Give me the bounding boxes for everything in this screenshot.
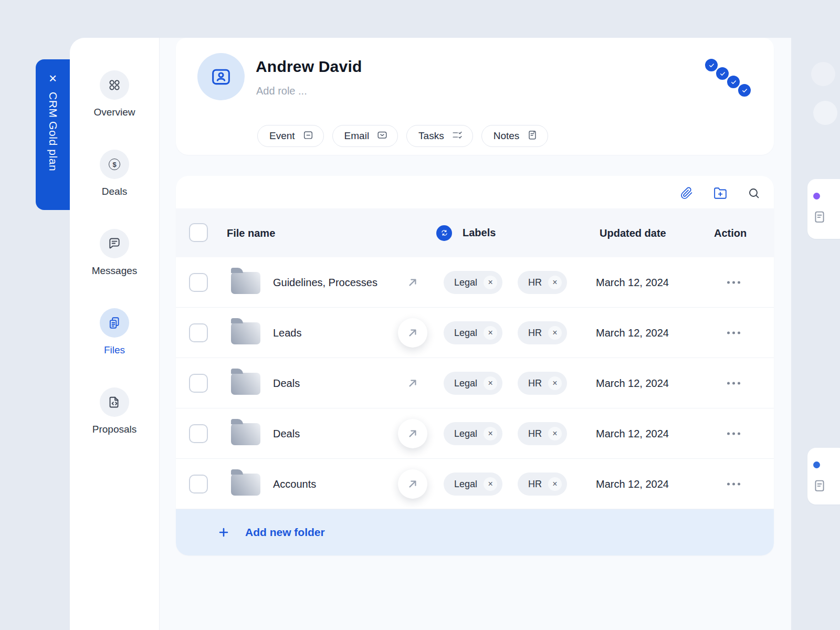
remove-label-icon[interactable] bbox=[484, 276, 497, 289]
updated-date: March 12, 2024 bbox=[596, 327, 669, 339]
label-text: HR bbox=[528, 378, 542, 389]
chat-icon bbox=[100, 229, 129, 258]
folder-icon bbox=[231, 474, 260, 496]
remove-label-icon[interactable] bbox=[484, 427, 497, 440]
remove-label-icon[interactable] bbox=[548, 427, 562, 440]
ribbon-label: CRM Gold plan bbox=[47, 92, 59, 171]
remove-label-icon[interactable] bbox=[548, 276, 562, 289]
row-actions-icon[interactable] bbox=[726, 278, 741, 287]
remove-label-icon[interactable] bbox=[484, 376, 497, 390]
remove-label-icon[interactable] bbox=[548, 326, 562, 340]
remove-label-icon[interactable] bbox=[548, 477, 562, 491]
label-text: HR bbox=[528, 328, 542, 339]
remove-label-icon[interactable] bbox=[548, 376, 562, 390]
status-dot bbox=[813, 193, 820, 200]
add-role-field[interactable]: Add role ... bbox=[256, 85, 307, 97]
table-header: File name Labels Updated date Action bbox=[176, 208, 774, 257]
row-actions-icon[interactable] bbox=[726, 379, 741, 387]
table-row: Leads Legal HR March 12, 2024 bbox=[176, 308, 774, 358]
label-pill: Legal bbox=[444, 472, 502, 496]
select-all-checkbox[interactable] bbox=[189, 223, 208, 242]
file-name[interactable]: Deals bbox=[273, 427, 300, 439]
open-folder-icon[interactable] bbox=[398, 268, 427, 297]
column-updated-date: Updated date bbox=[600, 227, 666, 239]
label-text: HR bbox=[528, 277, 542, 288]
label-text: HR bbox=[528, 428, 542, 439]
sidebar: Overview $ Deals Messages Files bbox=[70, 38, 160, 630]
file-name[interactable]: Leads bbox=[273, 327, 302, 339]
add-new-folder-button[interactable]: Add new folder bbox=[176, 509, 774, 555]
peek-card-bottom bbox=[807, 448, 840, 505]
tasks-button[interactable]: Tasks bbox=[406, 125, 473, 147]
updated-date: March 12, 2024 bbox=[596, 276, 669, 288]
remove-label-icon[interactable] bbox=[484, 477, 497, 491]
row-checkbox[interactable] bbox=[189, 424, 208, 443]
note-icon bbox=[812, 477, 827, 496]
label-pill: HR bbox=[518, 422, 567, 445]
updated-date: March 12, 2024 bbox=[596, 377, 669, 389]
open-folder-icon[interactable] bbox=[398, 369, 427, 398]
sidebar-item-messages[interactable]: Messages bbox=[92, 229, 138, 277]
open-folder-icon[interactable] bbox=[398, 469, 427, 499]
label-text: Legal bbox=[454, 277, 477, 288]
file-name[interactable]: Accounts bbox=[273, 478, 316, 490]
email-button[interactable]: Email bbox=[332, 125, 398, 147]
close-icon[interactable]: × bbox=[49, 68, 57, 89]
main-content: Andrew David Add role ... Event Email Ta… bbox=[160, 38, 791, 630]
avatar bbox=[197, 53, 245, 100]
row-actions-icon[interactable] bbox=[726, 429, 741, 438]
contact-name: Andrew David bbox=[256, 58, 362, 76]
checklist-icon bbox=[452, 129, 463, 143]
sidebar-item-label: Messages bbox=[92, 265, 138, 277]
label-pill: HR bbox=[518, 271, 567, 294]
proposal-icon bbox=[100, 387, 129, 417]
email-label: Email bbox=[344, 130, 370, 142]
label-pill: HR bbox=[518, 321, 567, 344]
row-checkbox[interactable] bbox=[189, 475, 208, 494]
label-pill: Legal bbox=[444, 422, 502, 445]
event-button[interactable]: Event bbox=[257, 125, 324, 147]
plus-icon bbox=[217, 526, 230, 539]
grid-icon bbox=[100, 70, 129, 100]
notes-button[interactable]: Notes bbox=[481, 125, 549, 147]
sidebar-item-files[interactable]: Files bbox=[100, 308, 129, 356]
row-actions-icon[interactable] bbox=[726, 328, 741, 337]
column-action: Action bbox=[714, 227, 747, 239]
file-name[interactable]: Guidelines, Processes bbox=[273, 276, 377, 288]
calendar-icon bbox=[302, 129, 314, 143]
event-label: Event bbox=[269, 130, 295, 142]
sidebar-item-overview[interactable]: Overview bbox=[93, 70, 135, 118]
sidebar-item-proposals[interactable]: Proposals bbox=[92, 387, 137, 435]
attach-icon[interactable] bbox=[679, 186, 694, 201]
label-text: Legal bbox=[454, 479, 477, 490]
sync-labels-icon[interactable] bbox=[436, 225, 452, 241]
row-checkbox[interactable] bbox=[189, 374, 208, 393]
label-pill: Legal bbox=[444, 271, 502, 294]
file-name[interactable]: Deals bbox=[273, 377, 300, 389]
row-checkbox[interactable] bbox=[189, 273, 208, 292]
label-text: Legal bbox=[454, 428, 477, 439]
table-row: Guidelines, Processes Legal HR March 12,… bbox=[176, 257, 774, 308]
label-text: HR bbox=[528, 479, 542, 490]
label-text: Legal bbox=[454, 378, 477, 389]
sidebar-item-label: Files bbox=[104, 344, 125, 356]
sidebar-item-deals[interactable]: $ Deals bbox=[100, 150, 129, 197]
column-labels-group: Labels bbox=[436, 225, 496, 241]
row-checkbox[interactable] bbox=[189, 323, 208, 342]
remove-label-icon[interactable] bbox=[484, 326, 497, 340]
quick-action-chips: Event Email Tasks bbox=[257, 125, 548, 147]
row-actions-icon[interactable] bbox=[726, 479, 741, 488]
open-folder-icon[interactable] bbox=[398, 419, 427, 448]
add-folder-icon[interactable] bbox=[713, 186, 728, 201]
sidebar-item-label: Proposals bbox=[92, 424, 137, 435]
open-folder-icon[interactable] bbox=[398, 318, 427, 348]
folder-icon bbox=[231, 272, 260, 294]
table-row: Deals Legal HR March 12, 2024 bbox=[176, 408, 774, 459]
folder-icon bbox=[231, 423, 260, 445]
table-row: Accounts Legal HR March 12, 2024 bbox=[176, 459, 774, 509]
search-icon[interactable] bbox=[747, 186, 761, 201]
files-table-body: Guidelines, Processes Legal HR March 12,… bbox=[176, 257, 774, 509]
peek-card-top bbox=[807, 179, 840, 239]
label-text: Legal bbox=[454, 328, 477, 339]
status-dot bbox=[813, 461, 820, 468]
